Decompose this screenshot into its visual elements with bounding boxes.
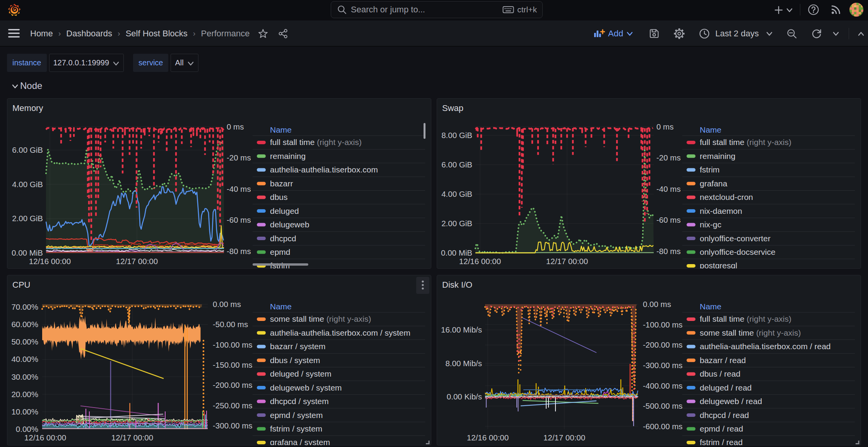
svg-text:-250.00 ms: -250.00 ms (213, 401, 253, 410)
svg-text:12/16 00:00: 12/16 00:00 (24, 433, 66, 442)
svg-text:dbus / read: dbus / read (700, 369, 740, 378)
svg-text:Name: Name (700, 125, 721, 134)
svg-text:50.00%: 50.00% (11, 337, 38, 346)
svg-text:postgresql: postgresql (700, 261, 737, 268)
svg-text:deluged: deluged (270, 206, 299, 215)
svg-text:delugeweb / read: delugeweb / read (700, 397, 762, 406)
svg-text:nix-daemon: nix-daemon (700, 206, 742, 215)
svg-text:remaining: remaining (270, 152, 306, 160)
svg-text:some stall time (right y-axis): some stall time (right y-axis) (270, 314, 371, 323)
svg-text:60.00%: 60.00% (11, 320, 38, 329)
svg-text:-80 ms: -80 ms (656, 247, 681, 256)
svg-text:-20 ms: -20 ms (656, 153, 681, 162)
svg-text:2.00 GiB: 2.00 GiB (12, 214, 43, 223)
svg-text:Name: Name (700, 302, 721, 311)
svg-text:-300.00 ms: -300.00 ms (643, 361, 683, 370)
svg-text:epmd: epmd (270, 247, 290, 256)
svg-text:fstrim: fstrim (700, 165, 719, 174)
svg-text:0.00 ms: 0.00 ms (643, 300, 671, 309)
svg-text:6.00 GiB: 6.00 GiB (12, 145, 43, 154)
svg-text:16.00 Mib/s: 16.00 Mib/s (441, 325, 482, 334)
svg-text:fstrim / system: fstrim / system (270, 424, 322, 433)
svg-text:8.00 Mib/s: 8.00 Mib/s (445, 359, 482, 368)
svg-text:deluged / system: deluged / system (270, 369, 331, 378)
svg-text:nix-gc: nix-gc (700, 220, 721, 229)
svg-text:onlyoffice-converter: onlyoffice-converter (700, 234, 771, 243)
svg-text:0 ms: 0 ms (227, 122, 244, 131)
svg-text:-40 ms: -40 ms (227, 184, 251, 193)
svg-text:-50.00 ms: -50.00 ms (213, 320, 248, 329)
svg-text:0.00 ms: 0.00 ms (213, 300, 241, 309)
svg-text:30.00%: 30.00% (11, 372, 38, 381)
svg-text:-100.00 ms: -100.00 ms (643, 320, 683, 329)
svg-text:full stall time (right y-axis): full stall time (right y-axis) (700, 138, 791, 147)
svg-text:bazarr / system: bazarr / system (270, 342, 326, 351)
svg-text:70.00%: 70.00% (11, 302, 38, 311)
svg-text:grafana: grafana (700, 179, 728, 188)
svg-text:6.00 GiB: 6.00 GiB (441, 160, 472, 169)
svg-text:10.00%: 10.00% (11, 407, 38, 416)
svg-text:20.00%: 20.00% (11, 390, 38, 399)
svg-text:grafana / system: grafana / system (270, 438, 330, 445)
svg-text:0 ms: 0 ms (656, 122, 673, 131)
svg-text:full stall time (right y-axis): full stall time (right y-axis) (700, 314, 791, 323)
svg-text:-80 ms: -80 ms (227, 247, 251, 256)
svg-text:bazarr / read: bazarr / read (700, 356, 746, 365)
svg-text:4.00 GiB: 4.00 GiB (441, 189, 472, 198)
svg-text:bazarr: bazarr (270, 179, 293, 188)
svg-text:12/16 00:00: 12/16 00:00 (459, 257, 501, 266)
svg-text:-60 ms: -60 ms (227, 215, 251, 224)
svg-text:dbus / system: dbus / system (270, 356, 320, 365)
svg-text:12/17 00:00: 12/17 00:00 (111, 433, 153, 442)
svg-text:authelia-authelia.tiserbox.com: authelia-authelia.tiserbox.com / read (700, 342, 831, 351)
svg-text:-500.00 ms: -500.00 ms (643, 401, 683, 410)
svg-text:authelia-authelia.tiserbox.com: authelia-authelia.tiserbox.com (270, 165, 378, 174)
svg-text:-400.00 ms: -400.00 ms (643, 381, 683, 390)
svg-text:-20 ms: -20 ms (227, 153, 251, 162)
svg-text:2.00 GiB: 2.00 GiB (441, 219, 472, 228)
svg-text:8.00 GiB: 8.00 GiB (441, 131, 472, 140)
svg-text:12/17 00:00: 12/17 00:00 (546, 257, 588, 266)
svg-text:Name: Name (270, 302, 292, 311)
svg-text:remaining: remaining (700, 152, 735, 160)
svg-text:delugeweb: delugeweb (270, 220, 309, 229)
svg-text:dhcpcd: dhcpcd (270, 234, 296, 243)
svg-text:0.00 MiB: 0.00 MiB (12, 248, 43, 257)
svg-text:-300.00 ms: -300.00 ms (213, 421, 253, 430)
svg-text:-60 ms: -60 ms (656, 215, 681, 224)
svg-text:-100.00 ms: -100.00 ms (213, 340, 253, 349)
svg-text:0.00 MiB: 0.00 MiB (441, 248, 472, 257)
svg-text:-40 ms: -40 ms (656, 184, 681, 193)
svg-text:fstrim / read: fstrim / read (700, 438, 743, 445)
svg-text:-600.00 ms: -600.00 ms (643, 422, 683, 431)
svg-text:12/16 00:00: 12/16 00:00 (467, 433, 509, 442)
svg-text:12/17 00:00: 12/17 00:00 (116, 257, 158, 266)
svg-text:12/16 00:00: 12/16 00:00 (29, 257, 71, 266)
svg-text:deluged / read: deluged / read (700, 383, 752, 392)
svg-text:-200.00 ms: -200.00 ms (643, 340, 683, 349)
svg-text:-200.00 ms: -200.00 ms (213, 380, 253, 389)
svg-text:Name: Name (270, 125, 292, 134)
svg-text:nextcloud-cron: nextcloud-cron (700, 193, 753, 201)
svg-text:4.00 GiB: 4.00 GiB (12, 180, 43, 189)
svg-text:-150.00 ms: -150.00 ms (213, 360, 253, 369)
svg-text:0.00 Kib/s: 0.00 Kib/s (447, 392, 482, 401)
svg-text:dhcpcd / system: dhcpcd / system (270, 397, 329, 406)
svg-text:0.00%: 0.00% (16, 425, 38, 433)
svg-text:40.00%: 40.00% (11, 355, 38, 363)
svg-text:12/17 00:00: 12/17 00:00 (543, 433, 585, 442)
svg-text:authelia-authelia.tiserbox.com: authelia-authelia.tiserbox.com / system (270, 328, 410, 337)
svg-text:epmd / system: epmd / system (270, 411, 323, 420)
svg-text:dhcpcd / read: dhcpcd / read (700, 411, 749, 420)
svg-text:dbus: dbus (270, 193, 288, 201)
svg-text:some stall time (right y-axis): some stall time (right y-axis) (700, 328, 801, 337)
svg-text:delugeweb / system: delugeweb / system (270, 383, 342, 392)
svg-text:onlyoffice-docservice: onlyoffice-docservice (700, 247, 776, 256)
svg-text:epmd / read: epmd / read (700, 424, 743, 433)
svg-text:full stall time (right y-axis): full stall time (right y-axis) (270, 138, 362, 147)
